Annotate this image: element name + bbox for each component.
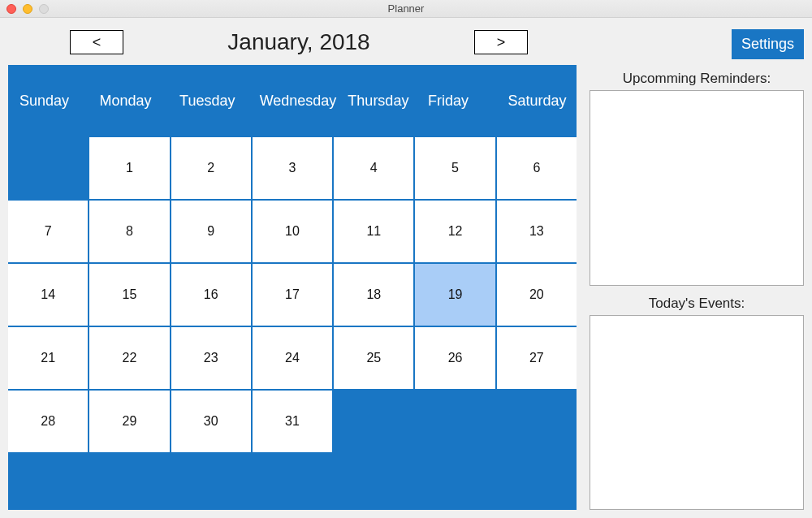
day-cell[interactable]: 29 xyxy=(89,391,169,452)
day-cell[interactable]: 14 xyxy=(8,264,88,326)
day-cell[interactable]: 22 xyxy=(89,327,169,389)
day-cell[interactable]: 16 xyxy=(171,264,251,326)
day-cell[interactable]: 15 xyxy=(89,264,169,326)
day-of-week-header: Sunday xyxy=(8,65,89,137)
day-cell[interactable]: 17 xyxy=(253,264,332,326)
day-cell[interactable]: 13 xyxy=(497,201,577,262)
day-cell[interactable]: 25 xyxy=(334,327,413,389)
day-cell[interactable]: 1 xyxy=(89,137,169,199)
month-year-label: January, 2018 xyxy=(227,29,369,55)
settings-button[interactable]: Settings xyxy=(732,29,804,59)
empty-day-cell xyxy=(415,391,495,452)
day-cell[interactable]: 28 xyxy=(8,391,88,452)
day-cell[interactable]: 24 xyxy=(253,327,332,389)
day-cell[interactable]: 20 xyxy=(497,264,577,326)
window-titlebar: Planner xyxy=(0,0,812,18)
day-of-week-header: Thursday xyxy=(336,65,417,137)
empty-day-cell xyxy=(497,391,577,452)
events-label: Today's Events: xyxy=(590,296,804,312)
day-of-week-header: Wednesday xyxy=(248,65,337,137)
close-window-button[interactable] xyxy=(6,4,16,14)
day-cell[interactable]: 8 xyxy=(89,201,169,262)
events-panel[interactable] xyxy=(590,315,804,511)
day-cell[interactable]: 6 xyxy=(497,137,577,199)
day-of-week-header: Tuesday xyxy=(168,65,248,137)
day-cell[interactable]: 12 xyxy=(415,201,495,262)
day-cell[interactable]: 5 xyxy=(415,137,495,199)
day-cell[interactable]: 26 xyxy=(415,327,495,389)
maximize-window-button[interactable] xyxy=(39,4,49,14)
day-cell[interactable]: 4 xyxy=(334,137,413,199)
day-cell[interactable]: 11 xyxy=(334,201,413,262)
day-cell[interactable]: 23 xyxy=(171,327,251,389)
day-cell[interactable]: 27 xyxy=(497,327,577,389)
day-cell[interactable]: 9 xyxy=(171,201,251,262)
reminders-panel[interactable] xyxy=(590,90,804,286)
day-cell[interactable]: 21 xyxy=(8,327,88,389)
day-cell[interactable]: 7 xyxy=(8,201,88,262)
minimize-window-button[interactable] xyxy=(23,4,32,14)
calendar-grid: SundayMondayTuesdayWednesdayThursdayFrid… xyxy=(8,65,577,510)
window-title: Planner xyxy=(6,2,806,15)
day-cell[interactable]: 3 xyxy=(253,137,332,199)
day-cell[interactable]: 30 xyxy=(171,391,251,452)
day-cell[interactable]: 2 xyxy=(171,137,251,199)
day-cell[interactable]: 31 xyxy=(253,391,332,452)
day-of-week-header: Saturday xyxy=(496,65,577,137)
day-cell[interactable]: 10 xyxy=(253,201,332,262)
day-cell[interactable]: 19 xyxy=(415,264,495,326)
reminders-label: Upcomming Reminders: xyxy=(590,71,804,87)
day-cell[interactable]: 18 xyxy=(334,264,413,326)
window-controls xyxy=(6,4,49,14)
day-of-week-header: Friday xyxy=(417,65,497,137)
empty-day-cell xyxy=(8,137,88,199)
empty-day-cell xyxy=(334,391,413,452)
next-month-button[interactable]: > xyxy=(474,30,528,54)
prev-month-button[interactable]: < xyxy=(70,30,123,54)
day-of-week-header: Monday xyxy=(89,65,169,137)
